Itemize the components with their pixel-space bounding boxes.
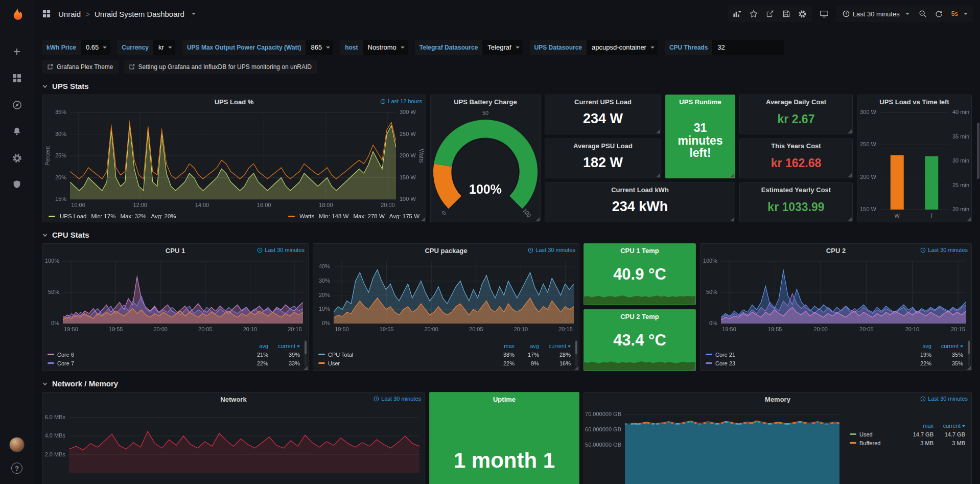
legend-scrollbar[interactable] (968, 340, 970, 366)
time-override-badge: Last 12 hours (380, 98, 422, 104)
cpu-threads-input[interactable]: 32 (712, 40, 784, 55)
panel-title[interactable]: CPU 2 Temp (620, 313, 659, 320)
legend-series[interactable]: Core 21 (706, 352, 905, 358)
legend-sort-current[interactable]: current (934, 423, 965, 429)
legend-series[interactable]: CPU Total (318, 352, 490, 358)
variable-value-dropdown[interactable]: Nostromo (363, 40, 408, 55)
panel-resize-handle[interactable] (691, 300, 695, 304)
legend-series[interactable]: Core 7 (48, 360, 242, 366)
legend-sort-current[interactable]: current (931, 343, 963, 349)
panel-resize-handle[interactable] (967, 217, 971, 221)
stat-value: 31 minutes left! (666, 108, 735, 178)
legend-sort-avg[interactable]: avg (515, 343, 539, 349)
alerting-bell-icon[interactable] (11, 126, 22, 137)
panel-title[interactable]: UPS Load % (215, 98, 254, 106)
panel-title[interactable]: Average Daily Cost (766, 98, 826, 106)
legend-item-ups-load[interactable]: UPS Load Min: 17% Max: 32% Avg: 20% (49, 213, 176, 219)
legend-series[interactable]: User (318, 360, 490, 366)
help-icon[interactable]: ? (11, 463, 22, 474)
save-button[interactable] (778, 7, 795, 21)
panel-resize-handle[interactable] (848, 173, 852, 177)
panel-resize-handle[interactable] (691, 366, 695, 370)
zoom-out-button[interactable] (915, 7, 931, 21)
panel-resize-handle[interactable] (730, 173, 734, 177)
legend-scrollbar[interactable] (305, 340, 307, 366)
legend-series[interactable]: Buffered (850, 440, 902, 446)
legend-series[interactable]: Core 23 (706, 360, 905, 366)
variable-value-dropdown[interactable]: kr (153, 40, 175, 55)
star-button[interactable] (745, 7, 762, 21)
panel-title[interactable]: Current Load kWh (611, 186, 669, 194)
panel-title[interactable]: CPU 1 Temp (620, 247, 659, 255)
variable-label: CPU Threads (665, 40, 712, 55)
legend-sort-avg[interactable]: avg (905, 343, 931, 349)
panel-title[interactable]: UPS Runtime (679, 98, 721, 106)
panel-title[interactable]: Average PSU Load (573, 142, 633, 150)
variable-value-dropdown[interactable]: 865 (306, 40, 333, 55)
series-marker (48, 354, 54, 355)
breadcrumb-app[interactable]: Unraid (58, 10, 81, 18)
explore-compass-icon[interactable] (11, 99, 22, 110)
section-header-ups-stats[interactable]: UPS Stats (42, 74, 972, 95)
create-icon[interactable] (11, 46, 22, 57)
panel-resize-handle[interactable] (967, 366, 971, 370)
panel-resize-handle[interactable] (304, 366, 308, 370)
configuration-gear-icon[interactable] (11, 152, 22, 164)
panel-title[interactable]: CPU 1 (166, 247, 185, 255)
panel-title[interactable]: Current UPS Load (574, 98, 632, 106)
panel-resize-handle[interactable] (535, 217, 540, 221)
panel-title[interactable]: CPU 2 (826, 247, 846, 255)
dashboard-link[interactable]: Setting up Grafana and InfluxDB for UPS … (124, 60, 317, 74)
dashboard-link[interactable]: Grafana Plex Theme (42, 60, 119, 74)
chevron-down-icon[interactable] (192, 13, 196, 15)
settings-gear-button[interactable] (795, 7, 811, 21)
legend-sort-max[interactable]: max (490, 343, 515, 349)
network-chart[interactable] (42, 406, 425, 484)
panel-resize-handle[interactable] (848, 217, 852, 221)
variable-value-dropdown[interactable]: 0.65 (81, 40, 110, 55)
variable-value-dropdown[interactable]: Telegraf (482, 40, 522, 55)
page-scrollbar[interactable] (977, 123, 979, 179)
legend-series[interactable]: Used (850, 431, 902, 437)
section-header-cpu-stats[interactable]: CPU Stats (42, 222, 972, 243)
battery-gauge[interactable] (431, 108, 540, 222)
refresh-button[interactable] (931, 7, 947, 21)
add-panel-button[interactable] (729, 7, 745, 21)
legend-sort-current[interactable]: current (539, 343, 571, 349)
legend-sort-max[interactable]: max (902, 423, 934, 429)
panel-resize-handle[interactable] (730, 217, 734, 221)
panel-title[interactable]: Estimated Yearly Cost (761, 186, 831, 194)
panel-title[interactable]: Uptime (493, 396, 516, 403)
time-picker-button[interactable]: Last 30 minutes (837, 7, 915, 21)
panel-title[interactable]: UPS Battery Charge (454, 98, 517, 106)
panel-title[interactable]: This Years Cost (771, 142, 821, 150)
legend-item-watts[interactable]: Watts Min: 148 W Max: 278 W Avg: 175 W (288, 213, 419, 219)
panel-resize-handle[interactable] (574, 366, 578, 370)
legend-scrollbar[interactable] (575, 340, 577, 366)
memory-chart[interactable] (584, 406, 845, 484)
legend-sort-avg[interactable]: avg (242, 343, 268, 349)
legend-series[interactable]: Core 6 (48, 352, 242, 358)
panel-title[interactable]: CPU package (425, 247, 467, 255)
panel-resize-handle[interactable] (848, 129, 852, 133)
panel-resize-handle[interactable] (656, 173, 660, 177)
panel-resize-handle[interactable] (421, 217, 425, 221)
cycle-view-tv-button[interactable] (816, 7, 832, 21)
variable-value-dropdown[interactable]: apcupsd-container (587, 40, 658, 55)
section-header-network-memory[interactable]: Network / Memory (42, 371, 972, 392)
panel-title[interactable]: Memory (765, 396, 790, 403)
ups-load-chart[interactable] (42, 108, 426, 222)
breadcrumb-dashboard-title[interactable]: Unraid System Dashboard (95, 10, 184, 18)
panel-resize-handle[interactable] (656, 129, 660, 133)
refresh-interval-button[interactable]: 5s (947, 7, 972, 21)
load-vs-time-bars[interactable] (857, 108, 971, 222)
share-button[interactable] (762, 7, 778, 21)
grafana-logo[interactable] (7, 5, 27, 26)
panel-title[interactable]: UPS Load vs Time left (879, 98, 949, 106)
breadcrumb-grid-icon[interactable] (41, 8, 52, 19)
dashboards-icon[interactable] (11, 73, 22, 84)
legend-sort-current[interactable]: current (268, 343, 300, 349)
panel-title[interactable]: Network (220, 396, 246, 403)
admin-shield-icon[interactable] (11, 179, 22, 190)
user-avatar[interactable] (9, 437, 25, 452)
